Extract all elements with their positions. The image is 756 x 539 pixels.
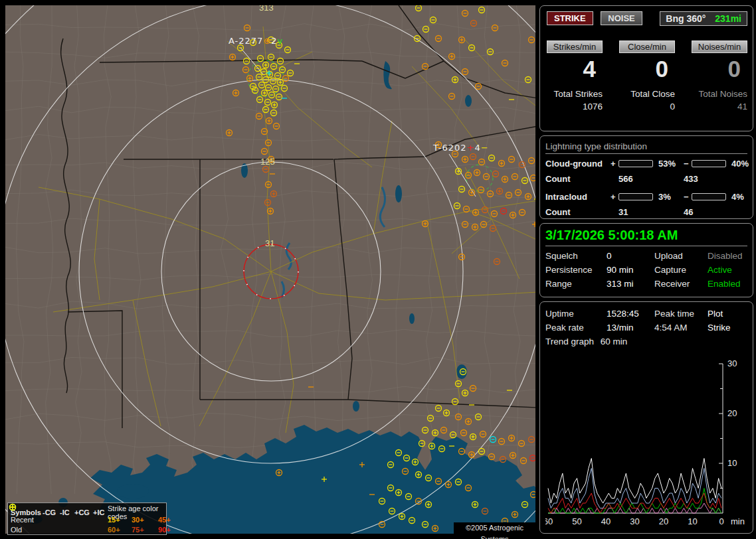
trend-y-tick: 30 <box>727 358 737 368</box>
bearing-distance: 231mi <box>715 13 741 24</box>
ic-plus-bar <box>618 193 653 200</box>
legend-col-pos-ic: +IC <box>93 508 108 516</box>
stat-v2: Plot <box>708 309 746 319</box>
close-per-min-button[interactable]: Close/min <box>619 40 675 53</box>
telemetry-panel: STRIKE NOISE Bng 360° 231mi Strikes/min … <box>539 5 753 534</box>
range-ring-label: 125 <box>260 157 275 167</box>
legend-age-code: 60+ <box>108 526 132 534</box>
trend-graph-label: Trend graph <box>545 337 594 346</box>
ic-minus-bar <box>692 193 726 200</box>
trend-y-tick: 10 <box>727 458 737 468</box>
strikes-per-min-button[interactable]: Strikes/min <box>547 40 603 53</box>
trend-x-tick: 60 <box>545 516 553 526</box>
total-close-label: Total Close <box>619 85 675 99</box>
legend-age-code: 30+ <box>132 516 158 524</box>
trend-x-tick: 50 <box>572 516 581 526</box>
strikes-per-min-value: 4 <box>547 53 603 85</box>
ic-minus-pct: 4% <box>727 192 747 202</box>
total-noises-value: 41 <box>692 99 747 112</box>
status-l2: Upload <box>654 251 708 261</box>
strike-map[interactable]: 31312531A-2277⊕2vT-6202+4− Symbols -CG -… <box>5 5 535 534</box>
ic-minus-count: 46 <box>684 207 747 217</box>
noise-mode-button[interactable]: NOISE <box>601 11 642 25</box>
distribution-title: Lightning type distribution <box>545 141 747 154</box>
strike-symbol-legend: Symbols -CG -IC +CG +IC Strike age color… <box>7 502 167 535</box>
minus-sign: − <box>684 192 692 202</box>
intracloud-label: Intracloud <box>545 192 611 202</box>
status-v1: 90 min <box>607 265 654 275</box>
cg-plus-bar <box>618 160 653 167</box>
trend-x-tick: 0 <box>719 516 723 526</box>
cg-minus-bar <box>692 160 726 167</box>
plus-sign: + <box>611 159 618 169</box>
stat-l1: Peak rate <box>545 323 607 333</box>
trend-y-tick: 20 <box>727 408 737 418</box>
cg-plus-count: 566 <box>618 174 684 184</box>
legend-col-neg-cg: -CG <box>43 508 60 516</box>
legend-row-old: Old60+75+90+ <box>11 524 163 534</box>
stat-v1: 1528:45 <box>607 309 654 319</box>
copyright-notice: ©2005 Astrogenic Systems <box>454 522 535 534</box>
noises-per-min-value: 0 <box>692 53 747 85</box>
legend-age-code: 15+ <box>108 516 132 524</box>
legend-age-code: 45+ <box>158 516 179 524</box>
total-strikes-value: 1076 <box>547 99 603 112</box>
distribution-box: Lightning type distribution Cloud-ground… <box>539 135 753 219</box>
noises-per-min-button[interactable]: Noises/min <box>692 40 747 53</box>
status-box: 3/17/2026 5:00:18 AM Squelch0UploadDisab… <box>539 223 753 297</box>
bearing-readout: Bng 360° 231mi <box>660 11 747 26</box>
storm-cell-label[interactable]: A-2277⊕2v <box>229 36 283 46</box>
legend-age-row-label: Old <box>11 526 43 534</box>
close-per-min-value: 0 <box>619 53 675 85</box>
stat-l2: Peak time <box>654 309 708 319</box>
cg-plus-pct: 53% <box>654 159 684 169</box>
stat-v2: Strike <box>708 323 746 333</box>
cg-count-label: Count <box>545 174 611 184</box>
stat-v1: 13/min <box>607 323 654 333</box>
cloud-ground-label: Cloud-ground <box>545 159 611 169</box>
stats-trend-box: Uptime1528:45Peak timePlotPeak rate13/mi… <box>539 301 753 534</box>
legend-age-code: 75+ <box>132 526 158 534</box>
plus-sign: + <box>611 192 618 202</box>
minus-sign: − <box>684 159 692 169</box>
total-close-value: 0 <box>619 99 675 112</box>
status-l1: Persistence <box>545 265 607 275</box>
status-v2: Disabled <box>708 251 746 261</box>
trend-x-tick: 10 <box>688 516 697 526</box>
trend-graph-window: 60 min <box>601 337 628 346</box>
ic-plus-pct: 3% <box>654 192 684 202</box>
range-ring-label: 31 <box>265 238 274 248</box>
storm-cell-label[interactable]: T-6202+4− <box>432 143 489 153</box>
status-v1: 0 <box>607 251 654 261</box>
legend-col-pos-cg: +CG <box>74 508 93 516</box>
stat-l2: 4:54 AM <box>654 323 708 333</box>
counters-box: STRIKE NOISE Bng 360° 231mi Strikes/min … <box>539 5 753 131</box>
bearing-label: Bng 360° <box>666 13 706 24</box>
trend-x-tick: 30 <box>630 516 639 526</box>
range-ring-label: 313 <box>259 5 274 13</box>
status-l2: Capture <box>654 265 708 275</box>
map-canvas: 31312531A-2277⊕2vT-6202+4− <box>5 5 535 534</box>
trend-x-tick: 40 <box>601 516 611 526</box>
ic-plus-count: 31 <box>618 207 684 217</box>
lightning-app-window: 31312531A-2277⊕2vT-6202+4− Symbols -CG -… <box>0 0 756 539</box>
status-l1: Range <box>545 279 607 289</box>
legend-col-neg-ic: -IC <box>60 508 74 516</box>
trend-x-tick: 20 <box>659 516 668 526</box>
cg-minus-pct: 40% <box>727 159 747 169</box>
trend-x-unit: min <box>731 516 745 526</box>
total-strikes-label: Total Strikes <box>547 85 603 99</box>
strike-mode-button[interactable]: STRIKE <box>547 11 593 25</box>
status-v2: Enabled <box>708 279 746 289</box>
legend-age-row-label: Recent <box>11 516 43 524</box>
status-l1: Squelch <box>545 251 607 261</box>
trend-graph: 1020306050403020100min <box>545 355 749 529</box>
total-noises-label: Total Noises <box>692 85 747 99</box>
status-l2: Receiver <box>654 279 708 289</box>
datetime-display: 3/17/2026 5:00:18 AM <box>545 228 747 246</box>
status-v2: Active <box>708 265 746 275</box>
stat-l1: Uptime <box>545 309 607 319</box>
cg-minus-count: 433 <box>684 174 747 184</box>
legend-age-code: 90+ <box>158 526 179 534</box>
ic-count-label: Count <box>545 207 611 217</box>
